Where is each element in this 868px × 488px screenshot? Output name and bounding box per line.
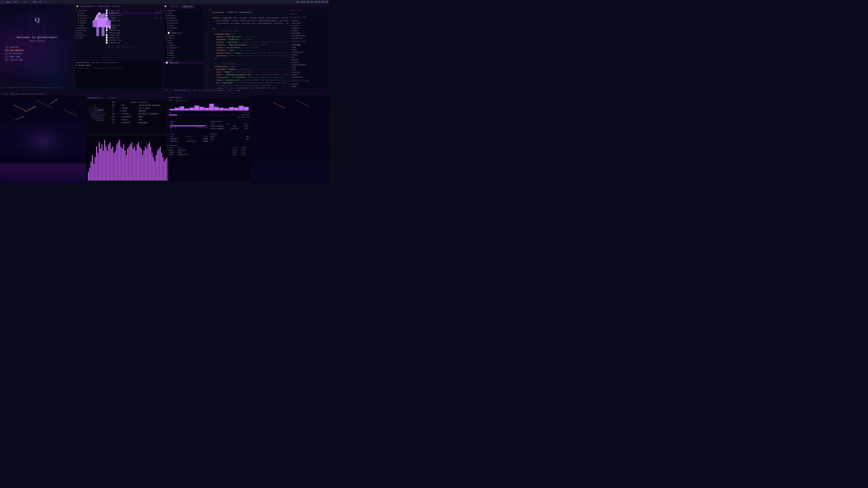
audio-bar (126, 155, 127, 181)
panel-item-spawneditor[interactable]: ▸spawnEditor (288, 76, 329, 78)
editor-statusbar: 7.5k ● .dotfiles/flake.nix 3:10 Top Prod… (163, 88, 329, 92)
sysmon-temp-row-1: card0 (amdgpu): edge 49°C (211, 125, 248, 127)
tree-personal[interactable]: ▶personal (163, 22, 204, 24)
panel-item-bootmode[interactable]: ▸bootMode (288, 32, 329, 34)
audio-bar (127, 149, 128, 181)
tree-worklab[interactable]: ▶worklab (163, 27, 204, 29)
nf-desktop-val: hyprland (139, 121, 147, 124)
panel-item-fontpkg[interactable]: ▸fontPkg (288, 71, 329, 73)
browser-menu-history[interactable]: [S h] History (5, 53, 24, 55)
tree-system[interactable]: ▶system (163, 34, 204, 37)
tree-homelab[interactable]: ▶home lab (163, 19, 204, 22)
neofetch-logo: // ;;;;;//// ::::::////#####// ;;;;;;///… (88, 101, 110, 126)
panel-item-browser[interactable]: ▸browser (288, 61, 329, 64)
panel-item-np-name[interactable]: ▸name (288, 85, 329, 88)
nf-kernel-label: KERNEL: (122, 107, 138, 110)
panel-item-username[interactable]: ▸username (288, 43, 329, 46)
browser-menu: [o] Search [b] Quickmarks [S h] History … (5, 46, 24, 61)
tree-shell[interactable]: ▶shell (163, 54, 204, 57)
sysmon-cpu-current: 1.53 (175, 100, 178, 102)
cpu-progress-fill (169, 115, 177, 116)
tree-style[interactable]: ▶style (163, 57, 204, 59)
audio-bar (99, 142, 100, 181)
code-line-25: 25 email = "emmet@librephoenix.com"; # e… (204, 73, 288, 76)
sysmon-memory-card: Memory 100% RAM: 9% 5.7618/02.016 0% (169, 120, 209, 131)
panel-item-grubdevice[interactable]: ▸grubDevice (288, 37, 329, 39)
panel-item-wm[interactable]: ▸wm (288, 56, 329, 59)
panel-item-email[interactable]: ▸email (288, 48, 329, 51)
svg-rect-18 (94, 19, 96, 21)
audio-bar (110, 142, 111, 181)
tree-wsl[interactable]: ▶wsl (163, 29, 204, 32)
browser-menu-newtab[interactable]: [t] New tab (5, 56, 24, 58)
panel-item-name[interactable]: ▸name (288, 46, 329, 48)
panel-item-locale[interactable]: ▸locale (288, 29, 329, 32)
sysmon-disk1-mount: / (190, 138, 191, 140)
tree-git[interactable]: ▶.git (163, 12, 204, 14)
audio-bar (100, 149, 101, 181)
panel-item-defaultroamdir[interactable]: ▸defaultRoamDir (288, 64, 329, 66)
panel-item-dotfilesdir[interactable]: ▸dotfilesDir (288, 51, 329, 54)
tree-work[interactable]: ▶work (163, 24, 204, 27)
svg-point-40 (285, 107, 285, 107)
browser-menu-search[interactable]: [o] Search (5, 46, 24, 48)
tree-editor[interactable]: ▶editor (163, 44, 204, 46)
audio-bar (103, 151, 104, 181)
audio-bar (162, 157, 163, 181)
sysmon-cpu-title: CPU ~ 1.53 1.14 0.78 (169, 100, 249, 102)
audio-bar (125, 151, 125, 181)
tree-themes[interactable]: ▶themes (163, 37, 204, 39)
svg-line-34 (13, 105, 27, 111)
code-line-23: 23 username = "emmet"; # username (204, 68, 288, 71)
qutebrowser-logo-svg: Q (26, 9, 49, 31)
sysmon-memory-stats: RAM: 9% 5.7618/02.016 (170, 127, 208, 129)
panel-item-editor[interactable]: ▸editor (288, 73, 329, 76)
svg-text:Q: Q (35, 16, 40, 23)
sysmon-net-title: Network (211, 133, 248, 135)
bottom-bar-label: ⬡ (1, 93, 3, 95)
nf-uptime-key: BI (112, 112, 119, 116)
panel-item-theme[interactable]: ▸theme (288, 54, 329, 56)
browser-menu-quickmarks[interactable]: [b] Quickmarks (5, 49, 24, 52)
tree-flake-nix-main[interactable]: 📄flake.nix (163, 61, 204, 64)
panel-item-np-system[interactable]: ▸system (288, 83, 329, 85)
panel-item-wmtype[interactable]: ▸wmType (288, 59, 329, 61)
tree-user[interactable]: ▼user (163, 39, 204, 41)
panel-item-font[interactable]: ▸font (288, 68, 329, 71)
code-line-24: 24 name = "Emmet"; # name/identifier (204, 71, 288, 73)
svg-rect-23 (109, 28, 111, 29)
panel-item-system[interactable]: ▸system (288, 20, 329, 22)
tree-dotfiles[interactable]: ▼.dotfiles (163, 9, 204, 12)
pixel-unicorn (88, 11, 115, 42)
tree-hardware[interactable]: ▶hardware (163, 46, 204, 49)
svg-point-27 (45, 107, 46, 107)
panel-item-timezone[interactable]: ▸timezone (288, 27, 329, 29)
sysmon-temp-val-hdr: Tmp(F) (243, 123, 248, 125)
nf-pkg-key: MA (112, 116, 119, 119)
sysmon-memory-bar (170, 125, 208, 127)
audio-bar (131, 142, 132, 181)
tree-pkgs[interactable]: ▶pkgs (163, 52, 204, 54)
audio-bar (123, 144, 124, 181)
panel-item-hostname[interactable]: ▸hostname (288, 22, 329, 24)
tree-profiles[interactable]: ▼profiles (163, 17, 204, 19)
editor-tab-flake[interactable]: flake.nix (181, 5, 194, 8)
cpu-stat-max: 0% (248, 116, 249, 118)
panel-item-profile[interactable]: ▸profile (288, 24, 329, 27)
tree-lang[interactable]: ▶lang (163, 49, 204, 52)
audio-bar (112, 147, 113, 181)
browser-menu-closetab[interactable]: [x] Close tab (5, 59, 24, 61)
panel-item-term[interactable]: ▸term (288, 66, 329, 68)
fm-titlebar: 📁 emmetPsnowfire:~ /home/emmet/.dotfiles (75, 4, 162, 8)
audio-bar (140, 147, 141, 181)
tree-app[interactable]: ▶app (163, 41, 204, 44)
tree-readme-profiles[interactable]: 📄README.org (163, 32, 204, 34)
nf-os-key: RB (112, 104, 119, 107)
panel-item-bootmountpath[interactable]: ▸bootMountPath (288, 34, 329, 37)
tree-patches[interactable]: ▶patches (163, 14, 204, 17)
sysmon-net-row-up: 36.0 0% (211, 135, 248, 138)
tree-wm[interactable]: ▶wm (163, 59, 204, 61)
audio-bar (88, 172, 89, 181)
editor-file-tree: ▼.dotfiles ▶.git ▶patches ▼profiles ▶hom… (163, 8, 204, 88)
sysmon-memory-used-label: RAM: 9% (170, 127, 176, 129)
